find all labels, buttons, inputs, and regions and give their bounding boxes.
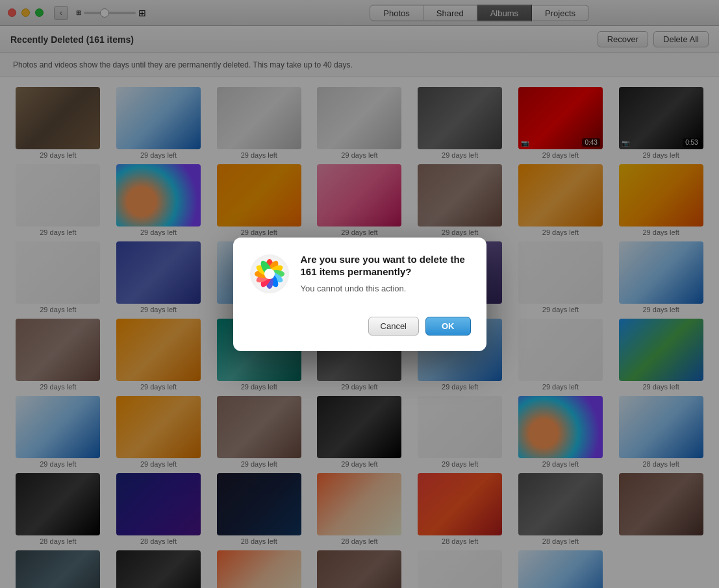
modal-title: Are you sure you want to delete the 161 … (301, 253, 471, 278)
modal-ok-button[interactable]: OK (425, 317, 471, 336)
photos-app-icon (249, 253, 290, 295)
modal-cancel-button[interactable]: Cancel (368, 317, 419, 336)
modal-subtitle: You cannot undo this action. (301, 284, 471, 293)
modal-buttons: Cancel OK (249, 317, 471, 336)
modal-text: Are you sure you want to delete the 161 … (301, 253, 471, 306)
svg-point-13 (264, 269, 275, 279)
modal-overlay: Are you sure you want to delete the 161 … (0, 0, 719, 588)
modal-dialog: Are you sure you want to delete the 161 … (233, 238, 486, 351)
